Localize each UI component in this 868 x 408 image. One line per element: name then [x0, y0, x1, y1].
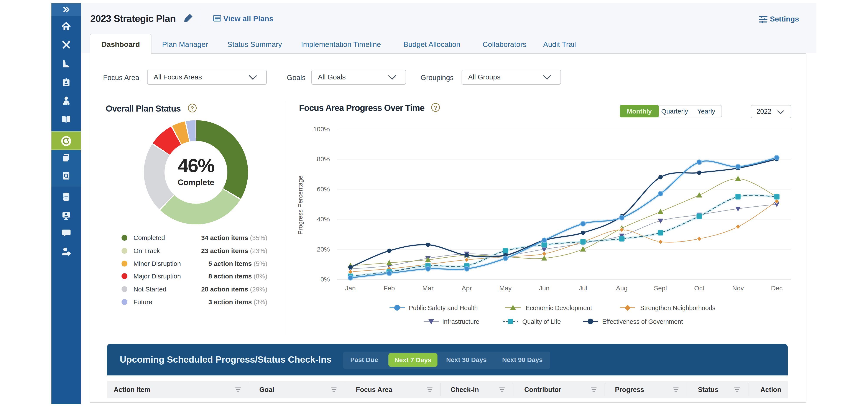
svg-text:Dec: Dec [771, 284, 782, 292]
svg-text:Apr: Apr [462, 284, 472, 292]
svg-text:Progress Percentage: Progress Percentage [297, 176, 304, 234]
svg-text:60%: 60% [317, 186, 330, 193]
svg-text:Sept: Sept [654, 284, 667, 292]
svg-text:Jun: Jun [539, 284, 550, 292]
svg-text:May: May [499, 284, 512, 292]
svg-text:100%: 100% [313, 125, 330, 133]
svg-text:Aug: Aug [616, 284, 627, 292]
svg-text:20%: 20% [317, 246, 330, 253]
svg-text:40%: 40% [317, 216, 330, 223]
svg-text:Jan: Jan [345, 284, 356, 292]
svg-text:Nov: Nov [732, 284, 744, 292]
svg-text:0%: 0% [320, 276, 330, 283]
svg-text:Jul: Jul [579, 284, 587, 292]
svg-text:80%: 80% [317, 155, 330, 162]
svg-text:Mar: Mar [422, 284, 434, 292]
svg-text:Feb: Feb [384, 284, 395, 292]
svg-text:Oct: Oct [694, 284, 704, 292]
